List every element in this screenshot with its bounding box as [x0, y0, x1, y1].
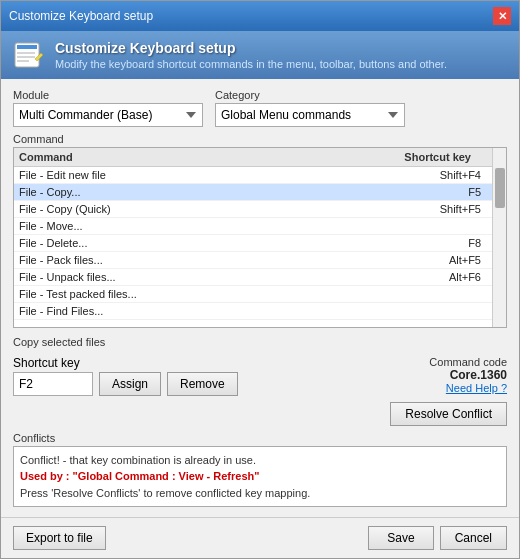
- scrollbar[interactable]: [492, 148, 506, 327]
- header-area: Customize Keyboard setup Modify the keyb…: [1, 31, 519, 79]
- shortcut-input[interactable]: [13, 372, 93, 396]
- shortcut-input-row: Assign Remove: [13, 372, 238, 396]
- module-select[interactable]: Multi Commander (Base): [13, 103, 203, 127]
- cmd-name: File - Test packed files...: [19, 288, 387, 300]
- category-group: Category Global Menu commands: [215, 89, 405, 127]
- module-group: Module Multi Commander (Base): [13, 89, 203, 127]
- cmd-name: File - Find Files...: [19, 305, 387, 317]
- table-row[interactable]: File - Edit new fileShift+F4: [14, 167, 492, 184]
- cmd-key: F5: [387, 186, 487, 198]
- command-code-label: Command code: [429, 356, 507, 368]
- content-area: Module Multi Commander (Base) Category G…: [1, 79, 519, 517]
- main-window: Customize Keyboard setup ✕ Customize Key…: [0, 0, 520, 559]
- need-help-link[interactable]: Need Help ?: [446, 382, 507, 394]
- cmd-key: [387, 220, 487, 232]
- cmd-name: File - Unpack files...: [19, 271, 387, 283]
- cmd-key: Alt+F5: [387, 254, 487, 266]
- col-command-header: Command: [19, 151, 387, 163]
- save-button[interactable]: Save: [368, 526, 433, 550]
- table-row[interactable]: File - Delete...F8: [14, 235, 492, 252]
- command-section-label: Command: [13, 133, 507, 145]
- export-button[interactable]: Export to file: [13, 526, 106, 550]
- svg-rect-1: [17, 45, 37, 49]
- title-bar: Customize Keyboard setup ✕: [1, 1, 519, 31]
- shortcut-cmd-row: Shortcut key Assign Remove Command code …: [13, 356, 507, 396]
- selected-command-label: Copy selected files: [13, 334, 507, 350]
- footer-right: Save Cancel: [368, 526, 507, 550]
- cmd-key: F8: [387, 237, 487, 249]
- window-title: Customize Keyboard setup: [9, 9, 153, 23]
- resolve-conflict-button[interactable]: Resolve Conflict: [390, 402, 507, 426]
- conflicts-line3: Press 'Resolve Conflicts' to remove conf…: [20, 485, 500, 502]
- cmd-key: [387, 305, 487, 317]
- conflicts-section: Conflicts Conflict! - that key combinati…: [13, 432, 507, 508]
- module-label: Module: [13, 89, 203, 101]
- cmd-name: File - Copy (Quick): [19, 203, 387, 215]
- table-row[interactable]: File - Copy (Quick)Shift+F5: [14, 201, 492, 218]
- table-row[interactable]: File - Find Files...: [14, 303, 492, 320]
- close-button[interactable]: ✕: [493, 7, 511, 25]
- command-section: Command Command Shortcut key File - Edit…: [13, 133, 507, 328]
- header-subtitle: Modify the keyboard shortcut commands in…: [55, 58, 447, 70]
- cmd-key: Alt+F6: [387, 271, 487, 283]
- category-label: Category: [215, 89, 405, 101]
- cmd-name: File - Edit new file: [19, 169, 387, 181]
- table-row[interactable]: File - Pack files...Alt+F5: [14, 252, 492, 269]
- footer: Export to file Save Cancel: [1, 517, 519, 558]
- shortcut-label: Shortcut key: [13, 356, 238, 370]
- conflicts-label: Conflicts: [13, 432, 507, 444]
- assign-button[interactable]: Assign: [99, 372, 161, 396]
- table-row[interactable]: File - Test packed files...: [14, 286, 492, 303]
- header-text: Customize Keyboard setup Modify the keyb…: [55, 40, 447, 70]
- cmd-key: Shift+F5: [387, 203, 487, 215]
- command-table-body: File - Edit new fileShift+F4File - Copy.…: [14, 167, 492, 327]
- remove-button[interactable]: Remove: [167, 372, 238, 396]
- command-code-value: Core.1360: [450, 368, 507, 382]
- cmd-name: File - Move...: [19, 220, 387, 232]
- command-code-area: Command code Core.1360 Need Help ?: [429, 356, 507, 394]
- category-select[interactable]: Global Menu commands: [215, 103, 405, 127]
- conflicts-box: Conflict! - that key combination is alre…: [13, 446, 507, 508]
- table-row[interactable]: File - Unpack files...Alt+F6: [14, 269, 492, 286]
- cmd-name: File - Pack files...: [19, 254, 387, 266]
- resolve-row: Resolve Conflict: [13, 402, 507, 426]
- col-shortcut-header: Shortcut key: [387, 151, 487, 163]
- table-row[interactable]: File - Move...: [14, 218, 492, 235]
- cmd-name: File - Delete...: [19, 237, 387, 249]
- header-title: Customize Keyboard setup: [55, 40, 447, 56]
- module-category-row: Module Multi Commander (Base) Category G…: [13, 89, 507, 127]
- cmd-key: Shift+F4: [387, 169, 487, 181]
- cancel-button[interactable]: Cancel: [440, 526, 507, 550]
- cmd-name: File - Copy...: [19, 186, 387, 198]
- cmd-key: [387, 288, 487, 300]
- conflicts-line1: Conflict! - that key combination is alre…: [20, 452, 500, 469]
- scroll-thumb: [495, 168, 505, 208]
- table-row[interactable]: File - Copy...F5: [14, 184, 492, 201]
- header-icon: [13, 39, 45, 71]
- command-table-header: Command Shortcut key: [14, 148, 492, 167]
- conflicts-line2: Used by : "Global Command : View - Refre…: [20, 468, 500, 485]
